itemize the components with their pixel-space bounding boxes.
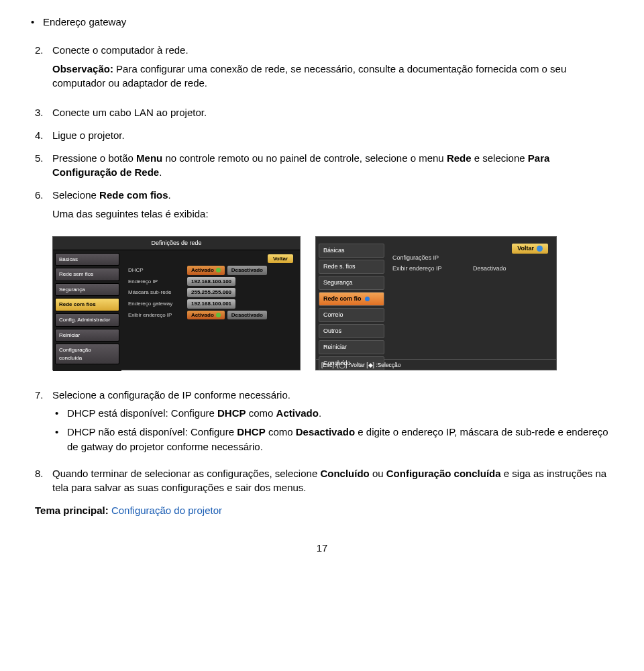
step-text: Selecione Rede com fios. — [52, 188, 609, 203]
step-5: 5. Pressione o botão Menu no controle re… — [35, 151, 609, 180]
screenshots-row: Definições de rede Básicas Rede sem fios… — [52, 236, 609, 370]
ss2-row-show-ip[interactable]: Exibir endereço IP Desactivado — [392, 264, 548, 273]
ss2-tab-rede-com-fio[interactable]: Rede com fio — [319, 292, 384, 306]
ss1-row-show-ip: Exibir endereço IP Activado Desactivado — [128, 311, 293, 320]
ss1-row-gw: Endereço gateway 192.168.100.001 — [128, 299, 293, 309]
ss1-tab-rede-com-fios[interactable]: Rede com fios — [55, 298, 119, 311]
page-number: 17 — [35, 541, 609, 556]
step-text: Selecione a configuração de IP conforme … — [52, 388, 609, 403]
t: . — [319, 407, 321, 419]
ss2-tab-basicas[interactable]: Básicas — [319, 244, 384, 258]
t: Quando terminar de selecionar as configu… — [52, 468, 320, 479]
bullet-dot: • — [52, 406, 67, 421]
ss1-tab-basicas[interactable]: Básicas — [55, 253, 119, 266]
t: . — [168, 189, 171, 201]
t-bold: DHCP — [217, 407, 246, 419]
t-bold: Rede com fios — [99, 189, 168, 201]
ss1-showip-desactivado[interactable]: Desactivado — [227, 311, 267, 320]
t: como — [246, 407, 276, 419]
t-bold: DHCP — [237, 426, 266, 437]
t-bold: Configuração concluída — [386, 468, 501, 479]
t: Selecione — [52, 189, 99, 201]
t-bold: Activado — [276, 407, 319, 419]
t: Voltar — [517, 244, 534, 253]
step-2-note: Observação: Para configurar uma conexão … — [52, 62, 609, 91]
ss2-label: Exibir endereço IP — [392, 264, 473, 273]
step-6-sub: Uma das seguintes telas é exibida: — [52, 207, 609, 221]
step-4: 4. Ligue o projetor. — [35, 128, 609, 143]
ss2-back-button[interactable]: Voltar — [512, 244, 548, 254]
ss1-sidebar: Básicas Rede sem fios Segurança Rede com… — [53, 250, 121, 371]
ss1-row-dhcp: DHCP Activado Desactivado — [128, 266, 293, 275]
tema-link[interactable]: Configuração do projetor — [111, 505, 222, 516]
step-number: 8. — [35, 466, 52, 496]
step-text: Conecte um cabo LAN ao projetor. — [52, 105, 609, 120]
ss2-sidebar: Básicas Rede s. fios Segurança Rede com … — [316, 237, 387, 359]
ss1-tab-reiniciar[interactable]: Reiniciar — [55, 329, 119, 342]
ss1-label: DHCP — [128, 266, 187, 274]
ss1-row-ip: Endereço IP 192.168.100.100 — [128, 277, 293, 287]
ss1-title: Definições de rede — [53, 237, 300, 250]
ss1-showip-activado[interactable]: Activado — [187, 311, 225, 320]
ss1-main: Voltar DHCP Activado Desactivado Endereç… — [121, 250, 300, 371]
ss2-tab-rede-s-fios[interactable]: Rede s. fios — [319, 260, 384, 274]
bullet-text: Endereço gateway — [43, 15, 609, 30]
step-number: 5. — [35, 151, 52, 180]
ss1-dhcp-desactivado[interactable]: Desactivado — [227, 266, 267, 275]
ss2-tab-reiniciar[interactable]: Reiniciar — [319, 340, 384, 354]
bullet-text: DHCP está disponível: Configure DHCP com… — [67, 406, 609, 421]
ss2-tab-outros[interactable]: Outros — [319, 324, 384, 338]
step-number: 6. — [35, 188, 52, 228]
ss1-tab-config-admin[interactable]: Config. Administrador — [55, 313, 119, 327]
ss1-label: Exibir endereço IP — [128, 311, 187, 319]
step-7: 7. Selecione a configuração de IP confor… — [35, 388, 609, 458]
step-number: 2. — [35, 43, 52, 97]
ss1-row-mask: Máscara sub-rede 255.255.255.000 — [128, 288, 293, 297]
t: Activado — [191, 266, 214, 274]
t: DHCP está disponível: Configure — [67, 407, 217, 419]
t: Activado — [191, 311, 214, 319]
t: Pressione o botão — [52, 152, 136, 164]
t: no controle remoto ou no painel de contr… — [162, 152, 447, 164]
ss2-tab-correio[interactable]: Correio — [319, 308, 384, 322]
ss2-footer-hint: [Esc] /[◯] :Voltar [◆] :Selecção — [316, 359, 556, 370]
step-text: Ligue o projetor. — [52, 128, 609, 143]
screenshot-2: Básicas Rede s. fios Segurança Rede com … — [315, 236, 557, 370]
ss1-tab-rede-sem-fios[interactable]: Rede sem fios — [55, 268, 119, 281]
ss1-back-button[interactable]: Voltar — [268, 254, 293, 264]
ss2-tab-seguranca[interactable]: Segurança — [319, 276, 384, 290]
back-icon — [537, 246, 543, 252]
step-number: 3. — [35, 105, 52, 120]
t: e selecione — [472, 152, 528, 164]
step-text: Conecte o computador à rede. — [52, 43, 609, 58]
ss1-ip-value[interactable]: 192.168.100.100 — [187, 277, 235, 287]
ss1-tab-seguranca[interactable]: Segurança — [55, 283, 119, 297]
t: . — [159, 166, 162, 178]
step-7-bullet-2: • DHCP não está disponível: Configure DH… — [52, 425, 609, 454]
bullet-gateway: • Endereço gateway — [28, 15, 609, 30]
ss2-row-conf-ip[interactable]: Configurações IP — [392, 254, 548, 262]
bullet-text: DHCP não está disponível: Configure DHCP… — [67, 425, 609, 454]
ss1-tab-config-concluida[interactable]: Configuração concluída — [55, 344, 119, 364]
arrow-icon — [216, 268, 221, 272]
bullet-dot: • — [52, 425, 67, 454]
t: DHCP não está disponível: Configure — [67, 426, 237, 437]
tema-principal: Tema principal: Configuração do projetor — [35, 503, 609, 518]
step-7-bullet-1: • DHCP está disponível: Configure DHCP c… — [52, 406, 609, 421]
step-3: 3. Conecte um cabo LAN ao projetor. — [35, 105, 609, 120]
arrow-icon — [216, 313, 221, 317]
step-number: 7. — [35, 388, 52, 458]
ss1-gw-value[interactable]: 192.168.100.001 — [187, 299, 235, 309]
ss1-dhcp-activado[interactable]: Activado — [187, 266, 225, 275]
step-number: 4. — [35, 128, 52, 143]
ss1-label: Máscara sub-rede — [128, 289, 187, 297]
step-6: 6. Selecione Rede com fios. Uma das segu… — [35, 188, 609, 228]
enter-icon — [365, 297, 370, 301]
tema-label: Tema principal: — [35, 505, 109, 516]
ss1-mask-value[interactable]: 255.255.255.000 — [187, 288, 235, 297]
ss2-main: Voltar Configurações IP Exibir endereço … — [387, 237, 556, 359]
t: Rede com fio — [323, 295, 362, 303]
step-8: 8. Quando terminar de selecionar as conf… — [35, 466, 609, 496]
step-2: 2. Conecte o computador à rede. Observaç… — [35, 43, 609, 97]
t-bold: Concluído — [320, 468, 369, 479]
